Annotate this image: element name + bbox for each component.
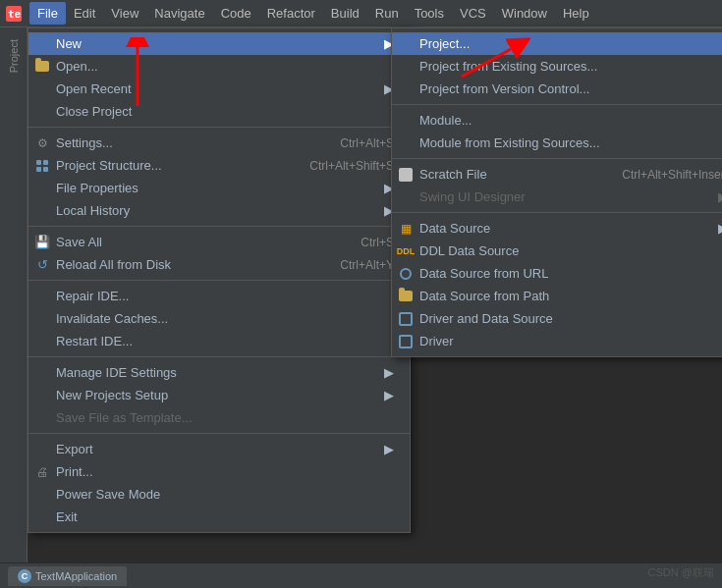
menu-view[interactable]: View <box>103 2 146 25</box>
svg-text:te: te <box>8 8 22 21</box>
bottom-tab-textm[interactable]: C TextMApplication <box>8 566 127 586</box>
save-icon: 💾 <box>32 235 52 249</box>
menu-item-new-projects-setup[interactable]: New Projects Setup ▶ <box>28 384 410 406</box>
menu-navigate[interactable]: Navigate <box>146 2 212 25</box>
submenu-arrow-export: ▶ <box>374 442 394 456</box>
sep1 <box>28 127 410 128</box>
menu-item-local-history[interactable]: Local History ▶ <box>28 199 410 222</box>
submenu-arrow-swing: ▶ <box>708 189 722 204</box>
menu-item-module[interactable]: Module... <box>392 109 722 132</box>
sep2 <box>28 226 410 227</box>
menu-item-project-existing[interactable]: Project from Existing Sources... <box>392 55 722 78</box>
reload-icon: ↺ <box>32 257 52 272</box>
menu-build[interactable]: Build <box>323 2 367 25</box>
file-menu-dropdown: New ▶ Open... Open Recent ▶ Close Projec… <box>28 27 411 533</box>
menu-item-data-source-url[interactable]: Data Source from URL <box>392 262 722 285</box>
menu-item-new[interactable]: New ▶ <box>28 32 410 55</box>
new-submenu-dropdown: Project... Project from Existing Sources… <box>391 27 722 357</box>
menu-item-print[interactable]: 🖨 Print... <box>28 460 410 483</box>
menu-edit[interactable]: Edit <box>66 2 103 25</box>
menu-item-save-all[interactable]: 💾 Save All Ctrl+S <box>28 231 410 253</box>
menu-item-power-save[interactable]: Power Save Mode <box>28 483 410 506</box>
menu-item-manage-ide[interactable]: Manage IDE Settings ▶ <box>28 361 410 384</box>
menu-window[interactable]: Window <box>494 2 555 25</box>
menu-item-driver[interactable]: Driver <box>392 330 722 352</box>
print-icon: 🖨 <box>32 465 52 479</box>
folder-icon <box>32 61 52 72</box>
sidebar: Project <box>0 27 28 588</box>
sidebar-tab-project[interactable]: Project <box>4 31 24 80</box>
settings-icon: ⚙ <box>32 136 52 150</box>
sep5 <box>28 433 410 434</box>
menu-item-driver-data-source[interactable]: Driver and Data Source <box>392 307 722 330</box>
new-sep1 <box>392 104 722 105</box>
menu-help[interactable]: Help <box>555 2 597 25</box>
menu-refactor[interactable]: Refactor <box>259 2 323 25</box>
menubar: te File Edit View Navigate Code Refactor… <box>0 0 722 27</box>
menu-item-close-project[interactable]: Close Project <box>28 100 410 123</box>
new-sep3 <box>392 212 722 213</box>
menu-file[interactable]: File <box>29 2 66 25</box>
scratch-file-icon <box>396 168 416 182</box>
menu-item-open[interactable]: Open... <box>28 55 410 78</box>
menu-item-project[interactable]: Project... <box>392 32 722 55</box>
menu-item-ddl-data-source[interactable]: DDL DDL Data Source <box>392 240 722 262</box>
submenu-arrow-ds: ▶ <box>708 221 722 236</box>
submenu-arrow-nps: ▶ <box>374 388 394 402</box>
menu-item-invalidate-caches[interactable]: Invalidate Caches... <box>28 307 410 330</box>
menu-item-save-template: Save File as Template... <box>28 406 410 429</box>
submenu-arrow-manage: ▶ <box>374 365 394 380</box>
tab-c-icon: C <box>18 569 31 583</box>
menu-item-settings[interactable]: ⚙ Settings... Ctrl+Alt+S <box>28 132 410 154</box>
project-structure-icon <box>32 160 52 172</box>
menu-item-repair-ide[interactable]: Repair IDE... <box>28 285 410 307</box>
new-sep2 <box>392 158 722 159</box>
menu-item-project-vcs[interactable]: Project from Version Control... <box>392 78 722 100</box>
data-source-path-icon <box>396 291 416 301</box>
menu-item-project-structure[interactable]: Project Structure... Ctrl+Alt+Shift+S <box>28 154 410 177</box>
menu-item-module-existing[interactable]: Module from Existing Sources... <box>392 132 722 154</box>
sep3 <box>28 280 410 281</box>
menu-item-data-source[interactable]: ▦ Data Source ▶ <box>392 217 722 240</box>
menu-item-export[interactable]: Export ▶ <box>28 438 410 460</box>
menu-item-file-properties[interactable]: File Properties ▶ <box>28 177 410 199</box>
data-source-icon: ▦ <box>396 222 416 236</box>
bottom-tab-bar: C TextMApplication <box>0 562 722 588</box>
data-source-url-icon <box>396 268 416 280</box>
menu-tools[interactable]: Tools <box>407 2 452 25</box>
app-icon: te <box>4 4 24 24</box>
menu-item-exit[interactable]: Exit <box>28 506 410 528</box>
watermark-text: CSDN @联瑞 <box>648 565 714 580</box>
menu-item-restart-ide[interactable]: Restart IDE... <box>28 330 410 352</box>
menu-item-open-recent[interactable]: Open Recent ▶ <box>28 78 410 100</box>
menu-item-swing-ui: Swing UI Designer ▶ <box>392 186 722 208</box>
menu-run[interactable]: Run <box>367 2 407 25</box>
driver-data-source-icon <box>396 312 416 326</box>
bottom-tab-label: TextMApplication <box>35 570 117 582</box>
menu-code[interactable]: Code <box>213 2 259 25</box>
menu-item-data-source-path[interactable]: Data Source from Path <box>392 285 722 307</box>
menu-vcs[interactable]: VCS <box>452 2 494 25</box>
menu-item-scratch-file[interactable]: Scratch File Ctrl+Alt+Shift+Insert <box>392 163 722 186</box>
sep4 <box>28 356 410 357</box>
menu-item-reload[interactable]: ↺ Reload All from Disk Ctrl+Alt+Y <box>28 253 410 276</box>
driver-icon <box>396 335 416 348</box>
ddl-data-source-icon: DDL <box>396 246 416 256</box>
